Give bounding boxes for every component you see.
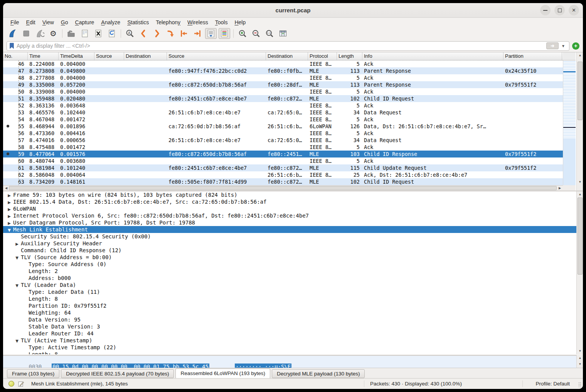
menu-analyze[interactable]: Analyze <box>98 19 124 26</box>
zoom-original-icon[interactable]: 1:1 <box>264 28 275 39</box>
details-scrollbar[interactable]: ▲ ▼ <box>576 191 583 354</box>
detail-row[interactable]: Length: 8 <box>3 351 583 354</box>
column-header-protocol-7[interactable]: Protocol <box>308 52 337 60</box>
details-scroll-thumb[interactable] <box>578 198 583 275</box>
packet-row-63[interactable]: 638.7342090.148161fe80::505e:f807:7f81:4… <box>3 178 563 185</box>
scroll-up-icon[interactable]: ▲ <box>577 53 583 58</box>
capture-options-icon[interactable]: ⚙ <box>47 28 59 39</box>
tab-decrypted-ieee-802-15-4-payload-70-bytes[interactable]: Decrypted IEEE 802.15.4 payload (70 byte… <box>61 369 174 378</box>
menu-edit[interactable]: Edit <box>23 19 39 26</box>
menu-capture[interactable]: Capture <box>72 19 98 26</box>
packet-row-55[interactable]: 558.4689440.001896ca:72:65:0d:b7:b8:56:a… <box>3 123 563 130</box>
detail-row[interactable]: ▶Auxiliary Security Header <box>3 240 583 247</box>
save-file-icon[interactable] <box>79 28 91 39</box>
packet-row-62[interactable]: 628.5860480.00406426:51:c6:b…IEEE 8…25Ac… <box>3 171 563 178</box>
auto-scroll-icon[interactable] <box>205 28 217 39</box>
collapse-icon[interactable]: ▼ <box>5 227 13 234</box>
menu-wireless[interactable]: Wireless <box>184 19 212 26</box>
collapse-icon[interactable]: ▼ <box>13 255 21 261</box>
colorize-packets-icon[interactable] <box>219 28 230 39</box>
column-header-timedelta-2[interactable]: TimeDelta <box>59 52 94 60</box>
detail-row[interactable]: Partition ID: 0x79f551f2 <box>3 302 583 309</box>
detail-row[interactable]: ▼Mesh Link Establishment <box>3 226 583 233</box>
horizontal-scroll-thumb[interactable] <box>9 186 557 190</box>
packet-row-59[interactable]: 598.4770640.001576fe80::c872:650d:b7b8:5… <box>3 151 563 157</box>
scroll-right-icon[interactable]: ▶ <box>557 186 562 191</box>
collapse-icon[interactable]: ▼ <box>13 282 21 289</box>
detail-row[interactable]: Weighting: 64 <box>3 309 583 316</box>
packet-row-61[interactable]: 618.5819840.101240fe80::2451:c6b7:e8ce:4… <box>3 164 563 171</box>
packet-row-60[interactable]: 608.4807440.003680IEEE 8…5Ack <box>3 157 563 164</box>
start-capture-icon[interactable] <box>7 28 19 39</box>
detail-row[interactable]: Type: Leader Data (11) <box>3 288 583 295</box>
go-forward-icon[interactable] <box>151 28 163 39</box>
detail-row[interactable]: ▼TLV (Source Address = b0:00) <box>3 254 583 261</box>
detail-row[interactable]: ▶Internet Protocol Version 6, Src: fe80:… <box>3 212 583 219</box>
detail-row[interactable]: Address: b000 <box>3 275 583 281</box>
scroll-left-icon[interactable]: ◀ <box>3 186 9 191</box>
apply-filter-button[interactable]: ➜ <box>546 42 559 49</box>
go-to-packet-icon[interactable] <box>165 28 176 39</box>
detail-row[interactable]: ▼TLV (Leader Data) <box>3 281 583 288</box>
column-header-destination-6[interactable]: Destination <box>266 52 308 60</box>
scroll-down-icon[interactable]: ▼ <box>577 179 583 185</box>
menu-statistics[interactable]: Statistics <box>124 19 152 26</box>
detail-row[interactable]: Length: 2 <box>3 268 583 275</box>
packet-row-50[interactable]: 508.3390080.004000IEEE 8…5Ack <box>3 88 563 95</box>
detail-row[interactable]: ▼TLV (Active Timestamp) <box>3 337 583 344</box>
column-header-info-9[interactable]: Info <box>362 52 503 60</box>
expert-info-icon[interactable] <box>8 381 14 387</box>
packet-list-scroll-thumb[interactable] <box>578 62 583 120</box>
open-file-icon[interactable] <box>66 28 77 39</box>
resize-grip[interactable] <box>578 382 581 387</box>
menu-view[interactable]: View <box>39 19 57 26</box>
detail-row[interactable]: ▶6LoWPAN <box>3 205 583 212</box>
packet-row-47[interactable]: 478.2738080.049800fe80::947f:f476:22bc:c… <box>3 67 563 74</box>
packet-row-49[interactable]: 498.3350080.057200fe80::c872:650d:b7b8:5… <box>3 81 563 88</box>
menu-tools[interactable]: Tools <box>212 19 231 26</box>
column-header-source-5[interactable]: Source <box>167 52 266 60</box>
packet-row-57[interactable]: 578.4740160.00065626:51:c6:b7:e8:ce:4b:e… <box>3 137 563 144</box>
go-back-icon[interactable] <box>138 28 149 39</box>
zoom-out-icon[interactable] <box>250 28 262 39</box>
horizontal-scrollbar[interactable]: ◀ ▶ <box>3 185 563 191</box>
menu-go[interactable]: Go <box>57 19 72 26</box>
detail-row[interactable]: Leader Router ID: 44 <box>3 330 583 337</box>
filter-dropdown-icon[interactable]: ▼ <box>561 44 565 48</box>
column-header-length-8[interactable]: Length <box>337 52 362 60</box>
detail-row[interactable]: Type: Active Timestamp (22) <box>3 344 583 351</box>
detail-row[interactable]: ▶Frame 59: 103 bytes on wire (824 bits),… <box>3 191 583 198</box>
packet-row-56[interactable]: 568.4733600.004416IEEE 8…5Ack <box>3 130 563 137</box>
column-header-time-1[interactable]: Time <box>28 52 59 60</box>
tab-reassembled-6lowpan-193-bytes[interactable]: Reassembled 6LoWPAN (193 bytes) <box>175 369 270 379</box>
close-button[interactable]: ✕ <box>569 5 579 15</box>
tab-frame-103-bytes[interactable]: Frame (103 bytes) <box>7 369 59 378</box>
column-header-destination-4[interactable]: Destination <box>124 52 167 60</box>
column-header-partition-10[interactable]: Partition <box>503 52 562 60</box>
bytes-scrollbar[interactable]: ▲ ▼ <box>576 355 583 368</box>
capture-comment-icon[interactable] <box>18 381 24 387</box>
hex-row[interactable]: 003000 15 0d 00 00 00 00 00 00 00 01 75 … <box>3 357 583 364</box>
status-profile[interactable]: Profile: Default <box>535 381 570 387</box>
zoom-in-icon[interactable] <box>237 28 248 39</box>
menu-telephony[interactable]: Telephony <box>152 19 184 26</box>
detail-row[interactable]: Length: 8 <box>3 295 583 302</box>
add-filter-button[interactable]: + <box>572 42 579 50</box>
scroll-up-icon[interactable]: ▲ <box>577 355 583 361</box>
collapse-icon[interactable]: ▼ <box>13 338 21 345</box>
packet-list-scrollbar[interactable]: ▲ ▼ <box>576 52 583 191</box>
column-header-no-0[interactable]: No. <box>3 52 28 60</box>
packet-row-54[interactable]: 548.4670480.001472IEEE 8…5Ack <box>3 116 563 123</box>
detail-row[interactable]: Command: Child ID Response (12) <box>3 247 583 254</box>
packet-row-53[interactable]: 538.4655760.10244026:51:c6:b7:e8:ce:4b:e… <box>3 109 563 116</box>
packet-row-58[interactable]: 588.4754880.001472IEEE 8…5Ack <box>3 144 563 151</box>
reload-file-icon[interactable] <box>106 28 118 39</box>
packet-row-46[interactable]: 468.2240080.004000IEEE 8…5Ack <box>3 60 563 67</box>
go-first-packet-icon[interactable] <box>178 28 190 39</box>
resize-columns-icon[interactable] <box>277 28 289 39</box>
detail-row[interactable]: Data Version: 95 <box>3 316 583 323</box>
detail-row[interactable]: ▶IEEE 802.15.4 Data, Dst: 26:51:c6:b7:e8… <box>3 198 583 205</box>
column-header-source-3[interactable]: Source <box>94 52 124 60</box>
display-filter-input[interactable]: Apply a display filter ... <Ctrl-/> ➜ ▼ <box>7 41 569 51</box>
packet-row-48[interactable]: 488.2778080.004000IEEE 8…5Ack <box>3 74 563 81</box>
